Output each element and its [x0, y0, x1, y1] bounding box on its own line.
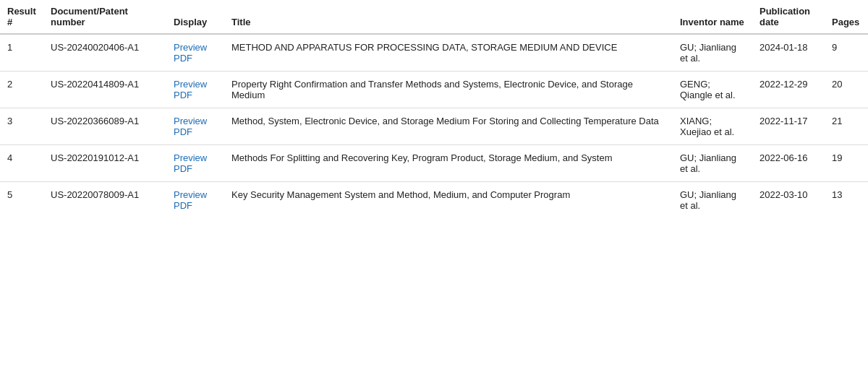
page-count: 20 [825, 72, 868, 108]
inventor-name: GU; Jianliang et al. [673, 34, 752, 72]
patent-number: US-20240020406-A1 [43, 34, 166, 72]
publication-date: 2022-03-10 [752, 182, 825, 219]
patent-number: US-20220414809-A1 [43, 72, 166, 108]
publication-date: 2022-06-16 [752, 145, 825, 182]
result-number: 3 [0, 108, 43, 145]
col-header-pages: Pages [825, 0, 868, 34]
result-number: 5 [0, 182, 43, 219]
publication-date: 2024-01-18 [752, 34, 825, 72]
table-row: 3US-20220366089-A1PreviewPDFMethod, Syst… [0, 108, 868, 145]
col-header-display: Display [166, 0, 224, 34]
inventor-name: GU; Jianliang et al. [673, 182, 752, 219]
patent-number: US-20220366089-A1 [43, 108, 166, 145]
col-header-result: Result # [0, 0, 43, 34]
inventor-name: GU; Jianliang et al. [673, 145, 752, 182]
result-number: 1 [0, 34, 43, 72]
preview-link[interactable]: Preview [174, 42, 217, 53]
display-links[interactable]: PreviewPDF [166, 182, 224, 219]
preview-link[interactable]: Preview [174, 189, 217, 200]
page-count: 19 [825, 145, 868, 182]
inventor-name: XIANG; Xuejiao et al. [673, 108, 752, 145]
result-number: 2 [0, 72, 43, 108]
preview-link[interactable]: Preview [174, 152, 217, 163]
display-links[interactable]: PreviewPDF [166, 72, 224, 108]
table-row: 1US-20240020406-A1PreviewPDFMETHOD AND A… [0, 34, 868, 72]
page-count: 21 [825, 108, 868, 145]
page-count: 9 [825, 34, 868, 72]
patent-title: Property Right Confirmation and Transfer… [224, 72, 673, 108]
col-header-title: Title [224, 0, 673, 34]
publication-date: 2022-11-17 [752, 108, 825, 145]
display-links[interactable]: PreviewPDF [166, 145, 224, 182]
pdf-link[interactable]: PDF [174, 163, 217, 174]
result-number: 4 [0, 145, 43, 182]
patent-title: Key Security Management System and Metho… [224, 182, 673, 219]
patent-number: US-20220078009-A1 [43, 182, 166, 219]
patent-title: Method, System, Electronic Device, and S… [224, 108, 673, 145]
page-count: 13 [825, 182, 868, 219]
col-header-pubdate: Publication date [752, 0, 825, 34]
col-header-inventor: Inventor name [673, 0, 752, 34]
inventor-name: GENG; Qiangle et al. [673, 72, 752, 108]
preview-link[interactable]: Preview [174, 116, 217, 126]
patent-title: METHOD AND APPARATUS FOR PROCESSING DATA… [224, 34, 673, 72]
patent-number: US-20220191012-A1 [43, 145, 166, 182]
table-row: 2US-20220414809-A1PreviewPDFProperty Rig… [0, 72, 868, 108]
table-row: 4US-20220191012-A1PreviewPDFMethods For … [0, 145, 868, 182]
display-links[interactable]: PreviewPDF [166, 108, 224, 145]
pdf-link[interactable]: PDF [174, 90, 217, 100]
pdf-link[interactable]: PDF [174, 200, 217, 211]
publication-date: 2022-12-29 [752, 72, 825, 108]
preview-link[interactable]: Preview [174, 79, 217, 90]
display-links[interactable]: PreviewPDF [166, 34, 224, 72]
col-header-patent: Document/Patent number [43, 0, 166, 34]
patent-title: Methods For Splitting and Recovering Key… [224, 145, 673, 182]
table-row: 5US-20220078009-A1PreviewPDFKey Security… [0, 182, 868, 219]
pdf-link[interactable]: PDF [174, 126, 217, 137]
pdf-link[interactable]: PDF [174, 53, 217, 64]
